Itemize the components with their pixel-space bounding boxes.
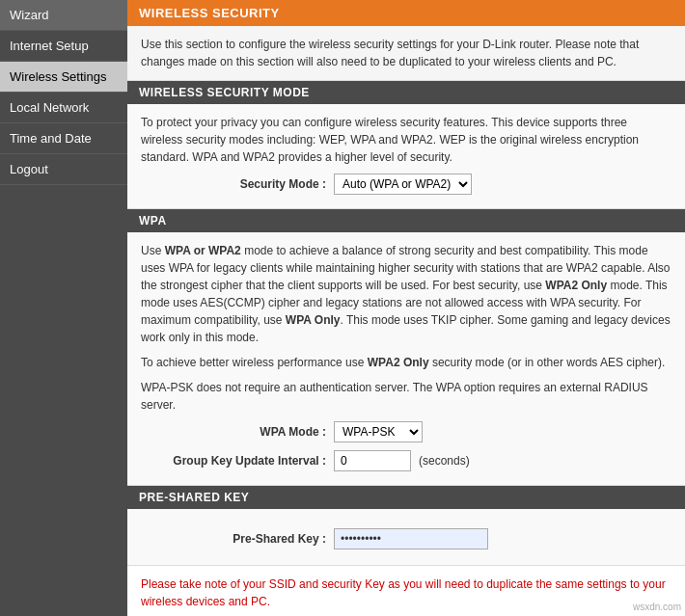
wpa-mode-select[interactable]: WPA-PSK WPA2-PSK Auto — [334, 421, 423, 442]
notice-text: Please take note of your SSID and securi… — [127, 566, 685, 616]
sidebar-item-wizard[interactable]: Wizard — [0, 0, 127, 31]
psk-content: Pre-Shared Key : — [127, 509, 685, 566]
wireless-security-intro: Use this section to configure the wirele… — [127, 26, 685, 81]
sidebar-item-time-and-date[interactable]: Time and Date — [0, 123, 127, 154]
group-key-unit: (seconds) — [419, 452, 470, 469]
wireless-security-header: WIRELESS SECURITY — [127, 0, 685, 26]
security-mode-label: Security Mode : — [141, 175, 334, 193]
wireless-security-mode-content: To protect your privacy you can configur… — [127, 104, 685, 209]
sidebar-item-local-network[interactable]: Local Network — [0, 93, 127, 123]
wpa-desc-2: To achieve better wireless performance u… — [141, 354, 671, 371]
wpa-content: Use WPA or WPA2 mode to achieve a balanc… — [127, 232, 685, 486]
wpa-mode-label: WPA Mode : — [141, 423, 334, 441]
psk-input[interactable] — [334, 528, 488, 549]
wpa-desc-1: Use WPA or WPA2 mode to achieve a balanc… — [141, 242, 671, 346]
group-key-label: Group Key Update Interval : — [141, 452, 334, 469]
wireless-security-mode-header: WIRELESS SECURITY MODE — [127, 81, 685, 104]
wpa-header: WPA — [127, 209, 685, 232]
psk-header: PRE-SHARED KEY — [127, 486, 685, 509]
group-key-input[interactable] — [334, 450, 411, 471]
sidebar-item-internet-setup[interactable]: Internet Setup — [0, 31, 127, 62]
psk-label: Pre-Shared Key : — [141, 530, 334, 548]
main-content: WIRELESS SECURITY Use this section to co… — [127, 0, 685, 616]
wpa-desc-3: WPA-PSK does not require an authenticati… — [141, 379, 671, 414]
mode-description: To protect your privacy you can configur… — [141, 114, 671, 166]
security-mode-select[interactable]: Auto (WPA or WPA2) WEP WPA-Personal WPA-… — [334, 174, 472, 195]
sidebar: Wizard Internet Setup Wireless Settings … — [0, 0, 127, 616]
sidebar-item-logout[interactable]: Logout — [0, 154, 127, 185]
watermark: wsxdn.com — [633, 602, 681, 612]
sidebar-item-wireless-settings[interactable]: Wireless Settings — [0, 62, 127, 93]
